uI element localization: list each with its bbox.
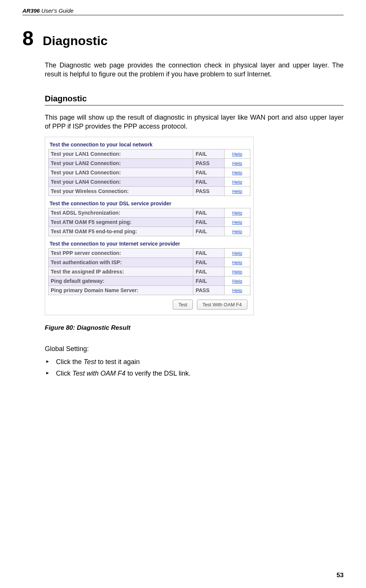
header-product: AR396: [22, 7, 40, 14]
section-paragraph: This page will show up the result of dia…: [45, 113, 344, 131]
diag-help-cell: Help: [224, 258, 250, 267]
diag-table-local: Test your LAN1 Connection: FAIL Help Tes…: [48, 149, 250, 196]
diag-help-cell: Help: [224, 208, 250, 218]
list-item: Click Test with OAM F4 to verify the DSL…: [45, 370, 344, 377]
help-link[interactable]: Help: [232, 179, 242, 185]
global-setting-heading: Global Setting:: [45, 345, 344, 353]
table-row: Test your LAN4 Connection: FAIL Help: [49, 177, 250, 187]
diag-help-cell: Help: [224, 177, 250, 187]
diag-test-label: Ping default gateway:: [49, 276, 193, 286]
table-row: Test ATM OAM F5 end-to-end ping: FAIL He…: [49, 227, 250, 236]
help-link[interactable]: Help: [232, 269, 242, 275]
figure-caption: Figure 80: Diagnostic Result: [45, 324, 344, 332]
diag-test-label: Test ADSL Synchronization:: [49, 208, 193, 218]
diag-status: FAIL: [193, 227, 224, 236]
test-button[interactable]: Test: [173, 300, 193, 310]
diag-status: FAIL: [193, 168, 224, 177]
bullet-suffix: to test it again: [96, 358, 140, 366]
bullet-list: Click the Test to test it again Click Te…: [45, 358, 344, 377]
help-link[interactable]: Help: [232, 250, 242, 256]
chapter-number: 8: [22, 26, 34, 50]
diag-test-label: Test ATM OAM F5 end-to-end ping:: [49, 227, 193, 236]
diag-status: FAIL: [193, 249, 224, 258]
diag-status: FAIL: [193, 276, 224, 286]
table-row: Test the assigned IP address: FAIL Help: [49, 267, 250, 276]
diag-status: FAIL: [193, 149, 224, 159]
table-row: Test your LAN3 Connection: FAIL Help: [49, 168, 250, 177]
diag-help-cell: Help: [224, 187, 250, 196]
diag-test-label: Test your LAN2 Connection:: [49, 159, 193, 168]
list-item: Click the Test to test it again: [45, 358, 344, 366]
diag-table-isp: Test PPP server connection: FAIL Help Te…: [48, 248, 250, 295]
chapter-title: Diagnostic: [43, 34, 108, 48]
table-row: Test ADSL Synchronization: FAIL Help: [49, 208, 250, 218]
chapter-heading: 8 Diagnostic: [22, 26, 344, 50]
help-link[interactable]: Help: [232, 260, 242, 265]
diag-test-label: Test your LAN3 Connection:: [49, 168, 193, 177]
diag-status: PASS: [193, 187, 224, 196]
diag-table-dsl: Test ADSL Synchronization: FAIL Help Tes…: [48, 208, 250, 236]
diag-test-label: Test your LAN1 Connection:: [49, 149, 193, 159]
diag-status: FAIL: [193, 177, 224, 187]
bullet-prefix: Click: [56, 370, 72, 377]
table-row: Ping primary Domain Name Server: PASS He…: [49, 286, 250, 295]
diag-test-label: Test PPP server connection:: [49, 249, 193, 258]
bullet-italic: Test with OAM F4: [72, 370, 125, 377]
table-row: Test PPP server connection: FAIL Help: [49, 249, 250, 258]
diag-test-label: Test authentication with ISP:: [49, 258, 193, 267]
test-oam-button[interactable]: Test With OAM F4: [197, 300, 247, 310]
diag-test-label: Test the assigned IP address:: [49, 267, 193, 276]
diagnostic-panel: Test the connection to your local networ…: [45, 137, 254, 315]
help-link[interactable]: Help: [232, 189, 242, 194]
diag-help-cell: Help: [224, 286, 250, 295]
diag-test-label: Test your LAN4 Connection:: [49, 177, 193, 187]
table-row: Test authentication with ISP: FAIL Help: [49, 258, 250, 267]
diag-test-label: Test your Wireless Connection:: [49, 187, 193, 196]
diag-help-cell: Help: [224, 218, 250, 227]
diag-group-title: Test the connection to your DSL service …: [50, 200, 250, 206]
help-link[interactable]: Help: [232, 170, 242, 176]
table-row: Test ATM OAM F5 segment ping: FAIL Help: [49, 218, 250, 227]
help-link[interactable]: Help: [232, 210, 242, 216]
diag-help-cell: Help: [224, 149, 250, 159]
table-row: Ping default gateway: FAIL Help: [49, 276, 250, 286]
diag-status: FAIL: [193, 208, 224, 218]
page-header: AR396 User's Guide: [22, 7, 344, 15]
header-suffix: User's Guide: [40, 7, 73, 14]
diag-status: FAIL: [193, 218, 224, 227]
diag-help-cell: Help: [224, 159, 250, 168]
diag-group-title: Test the connection to your local networ…: [50, 142, 250, 148]
table-row: Test your LAN2 Connection: PASS Help: [49, 159, 250, 168]
intro-paragraph: The Diagnostic web page provides the con…: [45, 61, 344, 79]
diag-help-cell: Help: [224, 267, 250, 276]
diag-test-label: Ping primary Domain Name Server:: [49, 286, 193, 295]
diag-help-cell: Help: [224, 249, 250, 258]
help-link[interactable]: Help: [232, 151, 242, 157]
diag-status: PASS: [193, 286, 224, 295]
diag-help-cell: Help: [224, 168, 250, 177]
button-row: Test Test With OAM F4: [48, 300, 250, 310]
diag-help-cell: Help: [224, 227, 250, 236]
diag-status: FAIL: [193, 258, 224, 267]
bullet-italic: Test: [84, 358, 96, 366]
help-link[interactable]: Help: [232, 219, 242, 225]
table-row: Test your LAN1 Connection: FAIL Help: [49, 149, 250, 159]
help-link[interactable]: Help: [232, 288, 242, 293]
diag-test-label: Test ATM OAM F5 segment ping:: [49, 218, 193, 227]
help-link[interactable]: Help: [232, 161, 242, 166]
diag-group-title: Test the connection to your Internet ser…: [50, 241, 250, 247]
bullet-prefix: Click the: [56, 358, 84, 366]
section-heading-diagnostic: Diagnostic: [45, 94, 344, 105]
table-row: Test your Wireless Connection: PASS Help: [49, 187, 250, 196]
diag-help-cell: Help: [224, 276, 250, 286]
diag-status: FAIL: [193, 267, 224, 276]
bullet-suffix: to verify the DSL link.: [125, 370, 190, 377]
help-link[interactable]: Help: [232, 229, 242, 234]
diag-status: PASS: [193, 159, 224, 168]
help-link[interactable]: Help: [232, 278, 242, 284]
